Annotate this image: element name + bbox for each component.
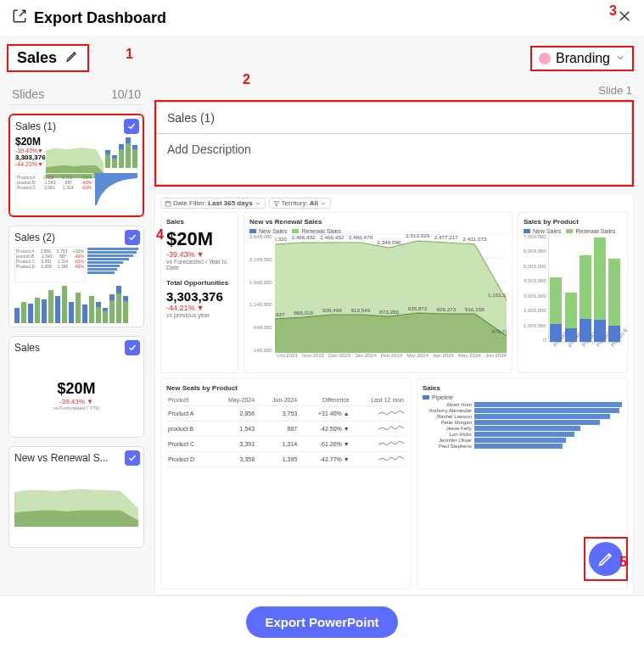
date-filter-value: Last 365 days xyxy=(208,199,252,207)
kpi-sales-title: Sales xyxy=(166,218,232,226)
table-title: New Seats by Product xyxy=(166,384,406,392)
callout-5: 5 xyxy=(619,555,627,570)
dashboard-name-edit[interactable]: Sales xyxy=(7,44,89,72)
slide-description-input[interactable]: Add Description xyxy=(156,134,632,185)
bar-chart-legend: New Sales Renewal Sales xyxy=(524,228,622,234)
title-desc-group: Sales (1) Add Description xyxy=(154,100,634,187)
pencil-icon[interactable] xyxy=(65,49,79,67)
territory-filter-value: All xyxy=(310,199,318,207)
close-icon[interactable] xyxy=(617,8,632,27)
chevron-down-icon xyxy=(615,51,625,66)
slides-count: 10/10 xyxy=(111,87,141,101)
svg-text:2,349,096: 2,349,096 xyxy=(377,239,401,245)
kpi-sales-sub: vs Forecasted / Year to Date xyxy=(166,259,232,271)
th-may[interactable]: May-2024 xyxy=(211,394,256,406)
horizontal-bar-chart: Albert HuntAnthony AlexanderRachel Lawso… xyxy=(423,402,622,449)
callout-3: 3 xyxy=(609,3,617,19)
brand-color-swatch xyxy=(539,53,551,64)
date-filter-pill[interactable]: Date Filter: Last 365 days xyxy=(160,198,266,209)
slides-header: Slides 10/10 xyxy=(8,87,144,105)
slide-thumb-title: Sales (2) xyxy=(14,232,138,243)
territory-filter-pill[interactable]: Territory: All xyxy=(269,198,331,209)
area-chart-title: New vs Renewal Sales xyxy=(249,218,507,226)
slide-include-checkbox[interactable] xyxy=(125,450,140,466)
kpi-sales-value: $20M xyxy=(166,228,232,250)
hbar-row: Paul Stephens xyxy=(423,444,622,449)
kpi-opp-delta: -44.21%▼ xyxy=(166,304,232,312)
table-row: Product C3,3911,314-61.26% ▼ xyxy=(166,437,406,452)
hbar-row: Jennifer Oliver xyxy=(423,438,622,443)
svg-text:2,466,432: 2,466,432 xyxy=(291,234,316,240)
slide-thumb-1[interactable]: Sales (1) $20M -39.43%▼ 3,303,376 -44.21… xyxy=(8,114,144,217)
territory-filter-label: Territory: xyxy=(282,199,308,207)
dialog-footer: Export PowerPoint xyxy=(0,595,644,648)
slides-sidebar: Slides 10/10 Sales (1) $20M -39.43%▼ 3,3… xyxy=(0,81,153,595)
preview-filter-bar: Date Filter: Last 365 days Territory: Al… xyxy=(155,194,633,212)
branding-label: Branding xyxy=(556,51,610,66)
date-filter-label: Date Filter: xyxy=(173,199,206,207)
slide-thumb-preview xyxy=(14,467,138,544)
hbar-row: Lori Hicks xyxy=(423,432,622,437)
kpi-sales-delta: -39.43%▼ xyxy=(166,250,232,259)
slide-include-checkbox[interactable] xyxy=(124,119,139,134)
svg-text:909,499: 909,499 xyxy=(322,307,342,313)
svg-text:2,513,029: 2,513,029 xyxy=(406,234,430,238)
bar-chart-title: Sales by Product xyxy=(524,218,622,226)
table-row: product B1,543887-42.50% ▼ xyxy=(166,422,406,437)
kpi-big: $20M xyxy=(57,380,95,398)
th-diff[interactable]: Difference xyxy=(299,394,350,406)
th-product[interactable]: Product xyxy=(166,394,211,406)
hbar-title: Sales xyxy=(423,384,622,392)
svg-text:2,420,320: 2,420,320 xyxy=(275,236,288,242)
svg-text:1,152,234: 1,152,234 xyxy=(488,292,507,298)
hbar-row: Peter Morgan xyxy=(423,420,622,425)
slide-indicator: Slide 1 xyxy=(153,81,642,98)
svg-text:916,158: 916,158 xyxy=(465,306,484,312)
slide-thumb-2[interactable]: Sales (2) Product A2,8563,753+31% produc… xyxy=(8,226,144,327)
slide-include-checkbox[interactable] xyxy=(125,340,140,355)
area-chart-legend: New Sales Renewal Sales xyxy=(249,228,507,234)
seats-table: Product May-2024 Jun-2024 Difference Las… xyxy=(166,394,406,467)
slide-editor: Slide 1 Sales (1) Add Description Date F… xyxy=(153,81,644,595)
svg-text:913,549: 913,549 xyxy=(350,307,370,313)
branding-dropdown[interactable]: Branding xyxy=(530,46,634,71)
hbar-row: Jesse Kelly xyxy=(423,426,622,431)
area-chart-x-axis: Oct-2023Nov-2023Dec-2023Jan-2024Feb-2024… xyxy=(249,353,507,358)
dialog-header: Export Dashboard xyxy=(0,0,644,36)
slide-include-checkbox[interactable] xyxy=(125,230,140,245)
svg-text:935,872: 935,872 xyxy=(408,305,428,311)
area-chart: 2,420,3202,466,4322,466,4322,466,4782,34… xyxy=(275,234,507,353)
slide-thumb-title: Sales xyxy=(14,342,138,354)
svg-text:2,466,432: 2,466,432 xyxy=(320,234,344,240)
slide-thumb-title: Sales (1) xyxy=(15,120,137,132)
slides-label: Slides xyxy=(12,87,44,101)
slide-thumb-preview: $20M -39.43% ▼ vs Forecasted / YTD xyxy=(14,357,138,433)
th-last12[interactable]: Last 12 mon xyxy=(351,394,406,406)
slide-title-input[interactable]: Sales (1) xyxy=(156,102,632,134)
svg-text:814,837: 814,837 xyxy=(275,311,285,317)
slide-thumb-title: New vs Renewal S... xyxy=(14,452,138,464)
export-powerpoint-button[interactable]: Export PowerPoint xyxy=(246,606,397,638)
svg-text:476,729: 476,729 xyxy=(491,328,507,334)
dashboard-name: Sales xyxy=(17,49,57,67)
th-jun[interactable]: Jun-2024 xyxy=(256,394,299,406)
callout-4: 4 xyxy=(156,227,164,243)
hbar-row: Albert Hunt xyxy=(423,402,622,407)
dialog-title: Export Dashboard xyxy=(34,9,166,27)
slide-preview: Date Filter: Last 365 days Territory: Al… xyxy=(154,193,634,595)
slide-thumb-3[interactable]: Sales $20M -39.43% ▼ vs Forecasted / YTD xyxy=(8,336,144,438)
svg-text:2,477,217: 2,477,217 xyxy=(434,234,459,240)
edit-slide-button[interactable] xyxy=(589,542,623,576)
hbar-row: Rachel Lawson xyxy=(423,414,622,419)
bar-chart-x-axis: Product Aproduct BProduct CProduct DProd… xyxy=(524,344,622,356)
table-row: Product D3,3581,395-42.77% ▼ xyxy=(166,452,406,467)
svg-text:926,273: 926,273 xyxy=(436,306,456,312)
svg-text:868,018: 868,018 xyxy=(294,310,313,316)
svg-rect-0 xyxy=(165,201,171,205)
popout-icon[interactable] xyxy=(12,8,27,27)
svg-text:873,286: 873,286 xyxy=(379,309,399,315)
kpi-opp-title: Total Opportunities xyxy=(166,279,232,287)
svg-text:2,466,478: 2,466,478 xyxy=(349,234,373,240)
callout-2: 2 xyxy=(243,72,250,87)
slide-thumb-4[interactable]: New vs Renewal S... xyxy=(8,446,144,548)
